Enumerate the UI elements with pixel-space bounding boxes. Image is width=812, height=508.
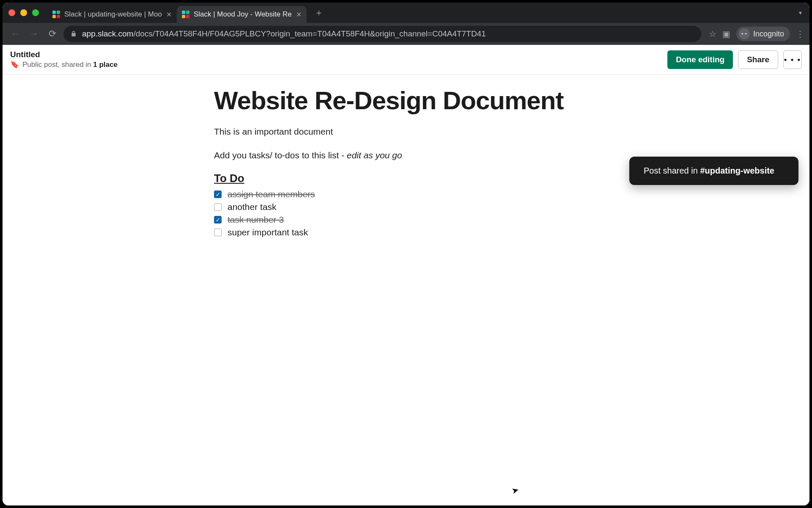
todo-text[interactable]: another task: [228, 202, 277, 212]
lock-icon: [70, 30, 77, 37]
doc-meta-text: Public post, shared in 1 place: [22, 61, 118, 69]
doc-small-title[interactable]: Untitled: [10, 50, 118, 59]
doc-instructions[interactable]: Add you tasks/ to-dos to this list - edi…: [214, 149, 628, 162]
toast-prefix: Post shared in: [644, 166, 700, 175]
doc-meta-places: 1 place: [93, 61, 118, 69]
doc-meta[interactable]: 🔖 Public post, shared in 1 place: [10, 60, 118, 69]
url-field[interactable]: app.slack.com/docs/T04A4T58F4H/F04AG5PLB…: [63, 26, 701, 42]
checkbox[interactable]: ✓: [214, 190, 222, 198]
incognito-label: Incognito: [753, 30, 784, 39]
url-text: app.slack.com/docs/T04A4T58F4H/F04AG5PLB…: [82, 29, 486, 39]
window-zoom-button[interactable]: [32, 9, 39, 16]
toast-post-shared[interactable]: Post shared in #updating-website: [629, 157, 798, 185]
mouse-cursor-icon: ➤: [510, 484, 520, 496]
todo-item[interactable]: another task: [214, 202, 628, 212]
checkbox[interactable]: [214, 203, 222, 211]
nav-back-button[interactable]: ←: [8, 26, 23, 41]
doc-header-left: Untitled 🔖 Public post, shared in 1 plac…: [10, 50, 118, 69]
url-path: /docs/T04A4T58F4H/F04AG5PLBCY?origin_tea…: [133, 29, 486, 38]
doc-body: Post shared in #updating-website Website…: [3, 75, 809, 505]
tabs: Slack | updating-website | Moo ✕ Slack |…: [47, 3, 307, 23]
doc-intro[interactable]: This is an important document: [214, 125, 628, 138]
browser-menu-icon[interactable]: ⋮: [796, 29, 804, 39]
doc-header-right: Done editing Share • • •: [667, 50, 802, 69]
todo-item[interactable]: ✓ assign team members: [214, 189, 628, 199]
doc-instructions-plain: Add you tasks/ to-dos to this list -: [214, 150, 347, 160]
bookmark-icon: 🔖: [10, 60, 19, 69]
bookmark-star-icon[interactable]: ☆: [709, 29, 716, 39]
todo-heading[interactable]: To Do: [214, 172, 628, 185]
todo-item[interactable]: ✓ task number 3: [214, 215, 628, 225]
doc-meta-prefix: Public post, shared in: [22, 61, 93, 69]
slack-icon: [182, 11, 189, 18]
toast-channel: #updating-website: [700, 166, 774, 175]
address-bar: ← → ⟳ app.slack.com/docs/T04A4T58F4H/F04…: [3, 23, 809, 45]
window-minimize-button[interactable]: [20, 9, 27, 16]
doc-content[interactable]: Website Re-Design Document This is an im…: [214, 87, 628, 237]
todo-text[interactable]: super important task: [228, 227, 308, 237]
doc-header: Untitled 🔖 Public post, shared in 1 plac…: [3, 45, 809, 75]
browser-window: Slack | updating-website | Moo ✕ Slack |…: [3, 3, 809, 505]
tab-title: Slack | Mood Joy - Website Re: [194, 10, 292, 19]
nav-reload-button[interactable]: ⟳: [45, 26, 60, 41]
checkbox[interactable]: [214, 229, 222, 236]
todo-list: ✓ assign team members another task ✓ tas…: [214, 189, 628, 237]
window-close-button[interactable]: [8, 9, 15, 16]
slack-icon: [52, 11, 60, 18]
window-controls: [8, 9, 39, 16]
doc-instructions-em: edit as you go: [347, 150, 402, 160]
close-icon[interactable]: ✕: [166, 11, 172, 19]
tab-strip: Slack | updating-website | Moo ✕ Slack |…: [3, 3, 809, 23]
nav-forward-button[interactable]: →: [26, 26, 41, 41]
incognito-icon: 👓: [739, 28, 750, 39]
todo-text[interactable]: task number 3: [228, 215, 284, 225]
dots-icon: • • •: [784, 55, 801, 64]
done-editing-button[interactable]: Done editing: [667, 50, 733, 69]
checkbox[interactable]: ✓: [214, 216, 222, 224]
browser-tab-0[interactable]: Slack | updating-website | Moo ✕: [47, 6, 177, 23]
share-button[interactable]: Share: [738, 50, 778, 69]
close-icon[interactable]: ✕: [296, 11, 302, 19]
new-tab-button[interactable]: ＋: [307, 6, 331, 19]
url-host: app.slack.com: [82, 29, 133, 38]
doc-title[interactable]: Website Re-Design Document: [214, 87, 628, 114]
tab-title: Slack | updating-website | Moo: [64, 10, 162, 19]
addr-right: ☆ ▣ 👓 Incognito ⋮: [709, 27, 804, 41]
tabs-dropdown-icon[interactable]: ▾: [799, 9, 802, 16]
browser-tab-1[interactable]: Slack | Mood Joy - Website Re ✕: [177, 6, 307, 23]
more-actions-button[interactable]: • • •: [783, 50, 802, 69]
todo-text[interactable]: assign team members: [228, 189, 315, 199]
incognito-chip[interactable]: 👓 Incognito: [736, 27, 790, 41]
todo-item[interactable]: super important task: [214, 227, 628, 237]
side-panel-icon[interactable]: ▣: [722, 29, 730, 39]
